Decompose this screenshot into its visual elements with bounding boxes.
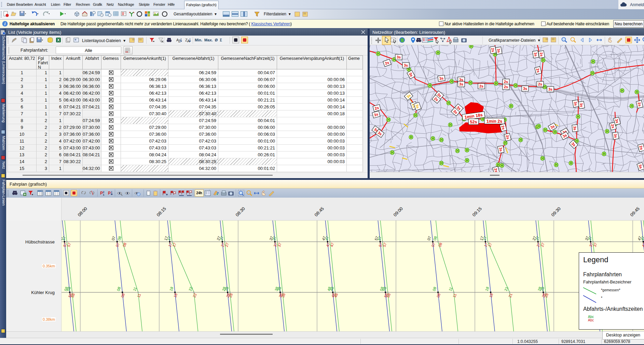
svg-text:H: H xyxy=(544,128,546,132)
svg-text:H: H xyxy=(450,80,453,83)
svg-text:1: 1 xyxy=(103,193,105,196)
svg-text:2s: 2s xyxy=(491,48,495,52)
svg-text:H: H xyxy=(606,130,608,133)
svg-text:H: H xyxy=(449,123,451,127)
svg-text:H: H xyxy=(469,81,471,85)
svg-text:H: H xyxy=(447,101,450,105)
svg-text:3s: 3s xyxy=(459,78,463,82)
svg-text:H: H xyxy=(635,90,638,94)
svg-text:P: P xyxy=(100,191,103,196)
svg-text:2s: 2s xyxy=(504,85,508,89)
svg-text:1min 2s: 1min 2s xyxy=(487,119,503,124)
svg-text:3s: 3s xyxy=(523,87,527,91)
svg-text:H: H xyxy=(510,104,512,108)
svg-text:3s: 3s xyxy=(573,126,577,130)
svg-text:3s: 3s xyxy=(498,147,503,152)
svg-text:H: H xyxy=(621,89,623,93)
svg-text:H: H xyxy=(630,104,633,108)
svg-text:H: H xyxy=(466,159,468,162)
svg-text:H: H xyxy=(470,45,472,48)
svg-text:H: H xyxy=(537,124,540,128)
svg-text:H: H xyxy=(428,84,431,88)
svg-text:H: H xyxy=(391,151,393,155)
svg-text:2s: 2s xyxy=(504,80,508,84)
svg-text:3s: 3s xyxy=(548,87,552,91)
svg-text:3s: 3s xyxy=(397,55,401,59)
svg-text:H: H xyxy=(555,163,557,167)
svg-text:3s: 3s xyxy=(439,76,444,81)
svg-text:52s: 52s xyxy=(470,120,477,124)
svg-text:H: H xyxy=(431,137,434,141)
svg-text:3s: 3s xyxy=(496,48,501,53)
svg-text:H: H xyxy=(440,161,442,165)
svg-text:H: H xyxy=(387,118,389,122)
svg-text:H: H xyxy=(591,71,593,75)
svg-text:H: H xyxy=(575,139,578,143)
svg-text:H: H xyxy=(414,114,416,117)
svg-text:3s: 3s xyxy=(579,103,584,107)
svg-text:2s: 2s xyxy=(479,84,483,88)
svg-text:P: P xyxy=(108,191,111,196)
svg-text:H: H xyxy=(553,130,556,134)
svg-text:H: H xyxy=(410,135,412,139)
svg-text:H: H xyxy=(456,149,458,153)
svg-text:3s: 3s xyxy=(613,133,618,138)
svg-text:H: H xyxy=(603,152,605,156)
svg-text:2s: 2s xyxy=(539,52,544,57)
svg-text:H: H xyxy=(541,157,544,160)
svg-text:H: H xyxy=(514,84,517,88)
svg-text:H: H xyxy=(440,138,442,142)
svg-text:H: H xyxy=(592,60,594,64)
svg-text:2s: 2s xyxy=(494,168,499,172)
svg-text:H: H xyxy=(570,161,572,165)
svg-text:H: H xyxy=(519,138,522,142)
svg-text:3s: 3s xyxy=(533,52,538,57)
svg-text:H: H xyxy=(495,82,497,85)
svg-text:H: H xyxy=(577,115,579,119)
svg-text:H: H xyxy=(542,58,544,62)
svg-text:X: X xyxy=(57,38,60,42)
svg-text:3s: 3s xyxy=(459,82,463,86)
svg-text:H: H xyxy=(501,164,503,168)
svg-text:H: H xyxy=(466,148,468,152)
svg-text:3s: 3s xyxy=(404,63,408,67)
svg-text:H: H xyxy=(377,52,379,56)
svg-text:H: H xyxy=(497,163,499,167)
svg-text:H: H xyxy=(504,141,506,145)
svg-text:2s: 2s xyxy=(538,82,542,86)
svg-text:3s: 3s xyxy=(573,101,578,106)
svg-text:H: H xyxy=(437,51,439,55)
